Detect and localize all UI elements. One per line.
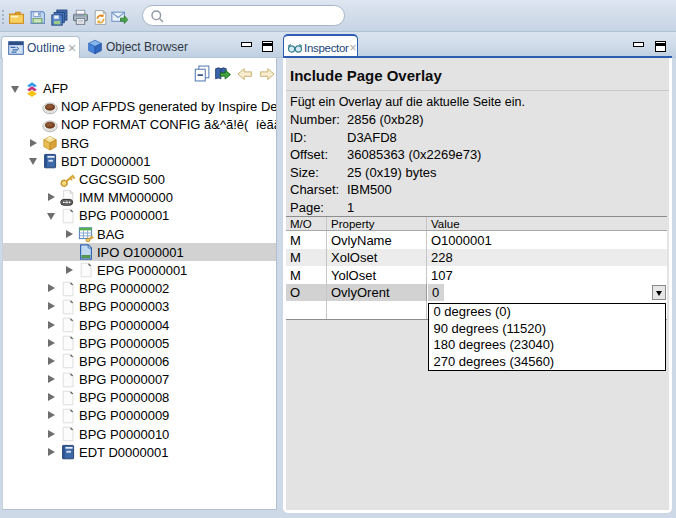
field-label: ID: bbox=[290, 130, 347, 145]
dropdown-option-90[interactable]: 90 degrees (11520) bbox=[429, 321, 665, 338]
expand-arrow[interactable] bbox=[47, 371, 60, 389]
expand-arrow[interactable] bbox=[47, 352, 60, 370]
combobox-dropdown-icon[interactable] bbox=[652, 285, 666, 301]
expand-arrow[interactable] bbox=[47, 280, 60, 298]
dropdown-option-270[interactable]: 270 degrees (34560) bbox=[429, 354, 665, 371]
tab-outline-close-icon[interactable]: × bbox=[68, 43, 76, 53]
expand-arrow[interactable] bbox=[11, 80, 24, 98]
tree-item[interactable]: EDT D0000001 bbox=[3, 443, 277, 461]
save-all-icon[interactable] bbox=[51, 9, 68, 26]
cell-value[interactable]: O1000001 bbox=[426, 231, 667, 249]
expand-arrow[interactable] bbox=[29, 152, 42, 170]
outline-view-icon bbox=[8, 40, 24, 56]
cell-mo: O bbox=[286, 284, 326, 302]
tree-item[interactable]: BPG P0000007 bbox=[3, 371, 277, 389]
expand-arrow[interactable] bbox=[47, 207, 60, 225]
page-icon bbox=[60, 408, 76, 424]
tree-item-ipo-selected[interactable]: IPO O1000001 bbox=[3, 243, 277, 261]
save-icon[interactable] bbox=[29, 9, 46, 26]
tree-item[interactable]: BPG P0000006 bbox=[3, 352, 277, 370]
tree-item-label: CGCSGID 500 bbox=[79, 172, 165, 187]
cell-value[interactable]: 228 bbox=[426, 249, 667, 267]
tree-item-label: BPG P0000005 bbox=[79, 336, 169, 351]
tree-item-label: NOP AFPDS generated by Inspire De bbox=[61, 99, 277, 114]
tab-outline[interactable]: Outline × bbox=[1, 36, 80, 59]
tree-item[interactable]: BAG bbox=[3, 225, 277, 243]
expand-arrow[interactable] bbox=[65, 261, 78, 279]
expand-arrow[interactable] bbox=[47, 334, 60, 352]
expand-arrow[interactable] bbox=[47, 389, 60, 407]
tree-item-label: BPG P0000009 bbox=[79, 408, 169, 423]
key-icon bbox=[60, 172, 76, 188]
tree-item[interactable]: AFP bbox=[3, 80, 277, 98]
search-input[interactable] bbox=[167, 7, 337, 24]
cell-mo: M bbox=[286, 266, 326, 284]
field-label: Charset: bbox=[290, 182, 347, 197]
nop-icon bbox=[42, 117, 58, 133]
tree-item[interactable]: BDT D0000001 bbox=[3, 152, 277, 170]
value-combobox[interactable]: 0 bbox=[426, 284, 667, 302]
field-label: Number: bbox=[290, 112, 347, 127]
tree-item[interactable]: BPG P0000001 bbox=[3, 207, 277, 225]
page-icon bbox=[60, 299, 76, 315]
expand-arrow[interactable] bbox=[29, 134, 42, 152]
page-icon bbox=[60, 390, 76, 406]
export-icon[interactable] bbox=[92, 9, 109, 26]
tree-item[interactable]: EPG P0000001 bbox=[3, 261, 277, 279]
minimize-right-view-icon[interactable] bbox=[633, 42, 644, 47]
page-icon bbox=[60, 208, 76, 224]
dropdown-option-180[interactable]: 180 degrees (23040) bbox=[429, 337, 665, 354]
table-row[interactable]: M XolOset 228 bbox=[286, 249, 667, 267]
tree-item[interactable]: NOP FORMAT CONFIG ã&^ã!ê( íèãã bbox=[3, 116, 277, 134]
table-row-ovlyorent[interactable]: O OvlyOrent 0 bbox=[286, 284, 667, 302]
print-icon[interactable] bbox=[72, 9, 89, 26]
afp-structure-tree: AFP NOP AFPDS generated by Inspire De NO… bbox=[3, 80, 277, 462]
send-mail-icon[interactable] bbox=[111, 9, 128, 26]
table-row[interactable]: M YolOset 107 bbox=[286, 266, 667, 284]
tree-item[interactable]: BPG P0000002 bbox=[3, 280, 277, 298]
inspector-view: Include Page Overlay Fügt ein Overlay au… bbox=[283, 58, 672, 513]
tree-item[interactable]: BRG bbox=[3, 134, 277, 152]
tree-item-label: BPG P0000007 bbox=[79, 372, 169, 387]
tree-item[interactable]: BPG P0000003 bbox=[3, 298, 277, 316]
col-header-property: Property bbox=[326, 217, 426, 230]
tree-item[interactable]: BPG P0000004 bbox=[3, 316, 277, 334]
tree-item[interactable]: IMM MM000000 bbox=[3, 189, 277, 207]
minimize-left-view-icon[interactable] bbox=[241, 42, 252, 47]
tab-inspector-close-icon[interactable]: × bbox=[350, 43, 357, 53]
expand-arrow bbox=[65, 243, 78, 261]
maximize-right-view-icon[interactable] bbox=[655, 41, 666, 52]
tree-item[interactable]: BPG P0000008 bbox=[3, 389, 277, 407]
table-row[interactable]: M OvlyName O1000001 bbox=[286, 231, 667, 249]
page-icon bbox=[60, 281, 76, 297]
field-value: D3AFD8 bbox=[347, 130, 397, 145]
toolbar-gripper[interactable] bbox=[2, 10, 5, 25]
tree-item-label: AFP bbox=[43, 81, 68, 96]
expand-arrow[interactable] bbox=[47, 316, 60, 334]
open-folder-icon[interactable] bbox=[8, 9, 25, 26]
brg-icon bbox=[42, 135, 58, 151]
tree-item[interactable]: BPG P0000009 bbox=[3, 407, 277, 425]
dropdown-option-0[interactable]: 0 degrees (0) bbox=[429, 304, 665, 321]
tree-item[interactable]: BPG P0000005 bbox=[3, 334, 277, 352]
field-label: Offset: bbox=[290, 147, 347, 162]
tree-item-label: BPG P0000002 bbox=[79, 281, 169, 296]
tree-item[interactable]: CGCSGID 500 bbox=[3, 170, 277, 188]
field-label: Page: bbox=[290, 200, 347, 215]
field-value: 36085363 (0x2269e73) bbox=[347, 147, 481, 162]
imm-icon bbox=[60, 190, 76, 206]
page-icon bbox=[60, 353, 76, 369]
expand-arrow[interactable] bbox=[47, 443, 60, 461]
tab-object-browser-label: Object Browser bbox=[106, 40, 188, 54]
maximize-left-view-icon[interactable] bbox=[262, 41, 273, 52]
expand-arrow[interactable] bbox=[47, 425, 60, 443]
tree-item[interactable]: NOP AFPDS generated by Inspire De bbox=[3, 98, 277, 116]
cell-value[interactable]: 107 bbox=[426, 266, 667, 284]
expand-arrow[interactable] bbox=[47, 298, 60, 316]
tree-item[interactable]: BPG P0000010 bbox=[3, 425, 277, 443]
expand-arrow[interactable] bbox=[47, 407, 60, 425]
combobox-selected-text[interactable]: 0 bbox=[428, 284, 444, 301]
expand-arrow[interactable] bbox=[65, 225, 78, 243]
tab-object-browser[interactable]: Object Browser bbox=[82, 36, 195, 58]
expand-arrow[interactable] bbox=[47, 189, 60, 207]
